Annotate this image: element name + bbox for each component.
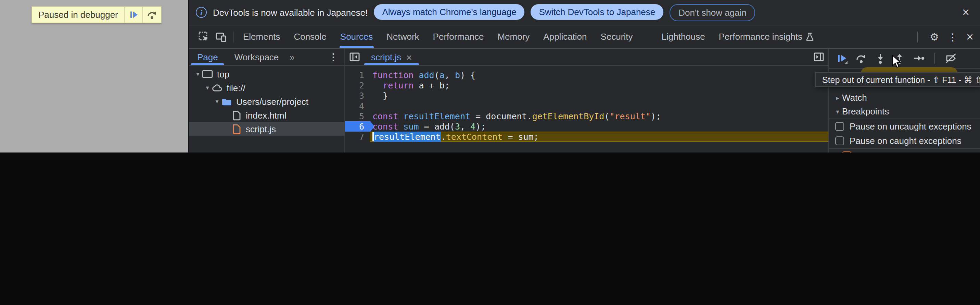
code-token: getElementById xyxy=(532,111,605,121)
code-token: } xyxy=(372,91,388,101)
inspect-icon xyxy=(197,31,209,43)
resume-script-button[interactable] xyxy=(125,7,143,22)
code-token xyxy=(398,121,403,132)
code-token: a xyxy=(439,70,445,80)
line-number[interactable]: 5 xyxy=(345,111,370,121)
show-debugger-sidebar-button[interactable] xyxy=(809,49,828,65)
settings-gear-icon[interactable]: ⚙ xyxy=(930,30,939,43)
debugger-sidebar: Step out of current function - ⇧ F11 - ⌘… xyxy=(829,49,980,152)
section-watch[interactable]: ▸ Watch xyxy=(829,91,980,105)
code-token: sum xyxy=(403,121,418,132)
tab-network[interactable]: Network xyxy=(380,26,426,48)
toolbar-right-controls: ⚙ ⋮ × xyxy=(915,26,980,48)
infobar-action-button[interactable]: Don't show again xyxy=(670,4,756,21)
tree-item-script-js[interactable]: script.js xyxy=(189,122,344,136)
editor-tab-scriptjs[interactable]: script.js × xyxy=(364,49,419,65)
tree-item-file-[interactable]: ▾file:// xyxy=(189,81,344,94)
pause-caught-row[interactable]: Pause on caught exceptions xyxy=(829,134,980,148)
devtools-main-toolbar: ElementsConsoleSourcesNetworkPerformance… xyxy=(189,26,980,49)
step-over-button[interactable] xyxy=(855,52,867,64)
hide-navigator-button[interactable] xyxy=(345,49,364,65)
tab-close-icon[interactable]: × xyxy=(406,52,412,62)
code-line-5[interactable]: 5const resultElement = document.getEleme… xyxy=(345,111,828,121)
infobar-message: DevTools is now available in Japanese! xyxy=(213,7,368,18)
tree-item-label: script.js xyxy=(246,124,276,134)
tab-elements[interactable]: Elements xyxy=(236,26,287,48)
step-over-banner-button[interactable] xyxy=(143,7,161,22)
code-line-3[interactable]: 3 } xyxy=(345,91,828,101)
deactivate-breakpoints-button[interactable] xyxy=(945,52,957,64)
line-number[interactable]: 3 xyxy=(345,91,370,101)
line-number[interactable]: 7 xyxy=(345,132,370,142)
infobar-action-button[interactable]: Switch DevTools to Japanese xyxy=(531,4,664,19)
expand-right-panel-icon xyxy=(813,52,824,62)
code-token: 4 xyxy=(470,121,476,132)
line-number[interactable]: 2 xyxy=(345,80,370,91)
code-token xyxy=(372,80,383,91)
pause-uncaught-row[interactable]: Pause on uncaught exceptions xyxy=(829,119,980,134)
more-options-kebab-icon[interactable]: ⋮ xyxy=(948,31,958,42)
step-into-button[interactable] xyxy=(874,52,886,64)
tab-application[interactable]: Application xyxy=(536,26,593,48)
line-number[interactable]: 6 xyxy=(345,121,370,132)
folder-icon xyxy=(221,96,232,107)
line-number[interactable]: 4 xyxy=(345,101,370,111)
tab-label: Security xyxy=(601,32,633,42)
step-button[interactable] xyxy=(913,52,925,64)
disclosure-triangle-icon[interactable]: ▾ xyxy=(203,84,212,91)
disclosure-triangle-icon[interactable]: ▾ xyxy=(194,70,202,77)
code-token: . xyxy=(441,132,446,142)
step-icon xyxy=(913,52,925,64)
code-token: , xyxy=(460,121,470,132)
navigator-pane: Page Workspace » ⋮ ▾top▾file://▾Users/us… xyxy=(189,49,345,152)
device-toolbar-toggle-button[interactable] xyxy=(212,26,230,48)
code-line-6[interactable]: 6const sum = add(3, 4); xyxy=(345,121,828,132)
tree-item-index-html[interactable]: index.html xyxy=(189,108,344,122)
editor-pane: script.js × 1function add(a, b) {2 retur… xyxy=(345,49,829,152)
code-token: "result" xyxy=(609,111,651,121)
checkbox-unchecked[interactable] xyxy=(835,136,844,145)
tab-workspace[interactable]: Workspace xyxy=(226,49,287,65)
code-line-text xyxy=(370,101,372,111)
more-tabs-chevron[interactable]: » xyxy=(287,49,297,65)
tree-item-label: top xyxy=(217,69,229,79)
infobar-action-button[interactable]: Always match Chrome's language xyxy=(374,4,524,19)
collapse-left-panel-icon xyxy=(349,52,360,62)
tab-security[interactable]: Security xyxy=(594,26,640,48)
toolbar-divider xyxy=(917,31,918,42)
tab-performance[interactable]: Performance xyxy=(426,26,491,48)
infobar-close-icon[interactable]: × xyxy=(958,6,974,19)
code-token: , xyxy=(445,70,455,80)
paused-in-debugger-banner: Paused in debugger xyxy=(32,6,162,23)
tab-sources[interactable]: Sources xyxy=(333,26,380,48)
devtools-close-icon[interactable]: × xyxy=(966,30,974,43)
resume-button[interactable] xyxy=(836,52,848,64)
file-html-icon xyxy=(231,110,242,120)
tab-lighthouse[interactable]: Lighthouse xyxy=(655,26,712,48)
pause-caught-label: Pause on caught exceptions xyxy=(850,136,961,146)
tree-item-top[interactable]: ▾top xyxy=(189,67,344,81)
tab-console[interactable]: Console xyxy=(287,26,333,48)
breakpoint-file-group[interactable]: ▾ script.js xyxy=(829,149,980,153)
navigator-kebab-icon[interactable]: ⋮ xyxy=(329,49,344,65)
section-breakpoints[interactable]: ▾ Breakpoints xyxy=(829,105,980,118)
code-line-2[interactable]: 2 return a + b; xyxy=(345,80,828,91)
checkbox-unchecked[interactable] xyxy=(835,122,844,131)
tab-label: Lighthouse xyxy=(662,32,705,42)
code-token: = document. xyxy=(470,111,532,121)
tab-memory[interactable]: Memory xyxy=(490,26,536,48)
code-line-1[interactable]: 1function add(a, b) { xyxy=(345,70,828,80)
code-line-4[interactable]: 4 xyxy=(345,101,828,111)
code-editor[interactable]: 1function add(a, b) {2 return a + b;3 }4… xyxy=(345,66,828,152)
line-number[interactable]: 1 xyxy=(345,70,370,80)
code-line-7[interactable]: 7resultElement.textContent = sum; xyxy=(345,132,828,142)
mouse-cursor xyxy=(892,55,902,69)
tab-label: Elements xyxy=(243,32,280,42)
tab-performance-insights[interactable]: Performance insights xyxy=(712,26,821,48)
breakpoints-label: Breakpoints xyxy=(842,107,889,117)
tree-item-users-user-project[interactable]: ▾Users/user/project xyxy=(189,94,344,108)
code-token: ); xyxy=(651,111,661,121)
disclosure-triangle-icon[interactable]: ▾ xyxy=(213,98,221,105)
inspect-element-button[interactable] xyxy=(194,26,212,48)
tab-page[interactable]: Page xyxy=(189,49,226,65)
